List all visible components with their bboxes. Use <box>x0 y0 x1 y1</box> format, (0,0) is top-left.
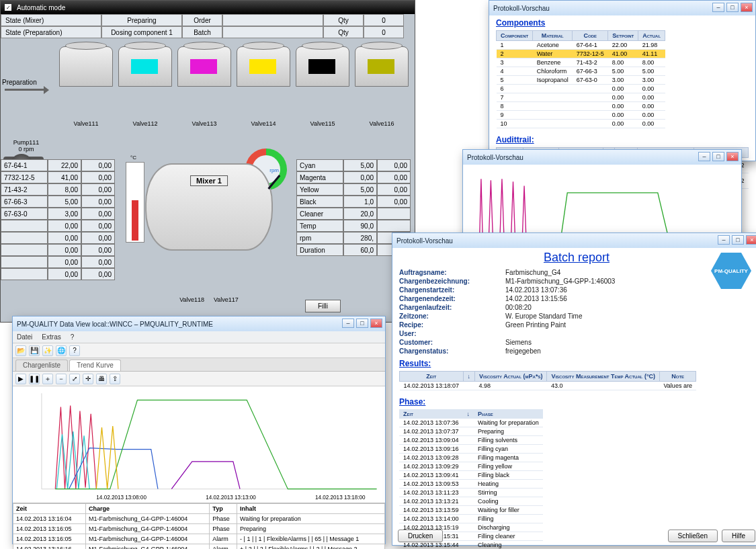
event-row[interactable]: 14.02.2013 13:16:05M1-Farbmischung_G4-GP… <box>13 534 385 544</box>
valve118-label[interactable]: Valve118 <box>179 296 204 303</box>
kv-value: Green Printing Paint <box>505 321 754 329</box>
component-row: 80.000.00 <box>497 102 665 111</box>
save-icon[interactable]: 💾 <box>29 345 40 356</box>
kv-key: Chargenstatus: <box>399 347 500 355</box>
menu-help[interactable]: ? <box>71 333 75 341</box>
kv-value: freigegeben <box>505 347 754 355</box>
trend-report-titlebar[interactable]: Protokoll-Vorschau –□× <box>463 150 741 165</box>
component-row: 1Acetone67-64-122.0021.98 <box>497 41 665 50</box>
maximize-icon[interactable]: □ <box>356 319 368 328</box>
mixer-label: Mixer 1 <box>190 175 228 186</box>
components-titlebar[interactable]: Protokoll-Vorschau –□× <box>489 1 755 15</box>
tank-6[interactable]: Valve116 <box>354 46 409 127</box>
component-row: 70.000.00 <box>497 93 665 102</box>
table-row: Magenta0,000,00 <box>296 171 411 183</box>
close-icon[interactable]: × <box>370 319 382 328</box>
tab-trend-kurve[interactable]: Trend Kurve <box>69 360 121 371</box>
export-icon[interactable]: ⇪ <box>110 374 120 384</box>
phase-row: 14.02.2013 13:11:23Stirring <box>399 489 543 497</box>
kv-key: Chargenendezeit: <box>399 295 500 302</box>
phase-row: 14.02.2013 13:14:00Filling <box>399 515 543 523</box>
batch-report-window[interactable]: Protokoll-Vorschau –□× Batch report PM-Q… <box>392 233 756 546</box>
play-icon[interactable]: ▶ <box>15 374 26 384</box>
qty-label-1: Qty <box>323 14 364 26</box>
mixer-vessel-icon[interactable]: Mixer 1 <box>145 163 273 251</box>
batch-label: Batch <box>182 26 222 38</box>
dataview-window[interactable]: PM-QUALITY Data View local::WINCC – PMQU… <box>12 316 386 544</box>
trend-report-title: Protokoll-Vorschau <box>467 154 523 161</box>
menu-datei[interactable]: Datei <box>17 333 32 341</box>
help-button[interactable]: Hilfe <box>722 530 755 542</box>
zoom-fit-icon[interactable]: ⤢ <box>69 374 80 384</box>
print-icon[interactable]: 🖶 <box>96 374 107 384</box>
zoom-in-icon[interactable]: ＋ <box>42 374 53 384</box>
tab-chargenliste[interactable]: Chargenliste <box>15 360 68 371</box>
event-grid[interactable]: ZeitChargeTypInhalt14.02.2013 13:16:04M1… <box>13 503 385 549</box>
phase-row: 14.02.2013 13:07:36Waiting for preparati… <box>399 419 543 427</box>
kv-value: 00:08:20 <box>505 304 754 311</box>
maximize-icon[interactable]: □ <box>712 152 724 161</box>
table-row: 0,000,00 <box>1 256 122 268</box>
event-row[interactable]: 14.02.2013 13:16:05M1-Farbmischung_G4-GP… <box>13 524 385 534</box>
close-icon[interactable]: × <box>741 3 753 12</box>
kv-value: 14.02.2013 13:15:56 <box>505 295 754 302</box>
minimize-icon[interactable]: – <box>712 3 724 12</box>
phase-row: 14.02.2013 13:09:16Filling cyan <box>399 445 543 454</box>
print-button[interactable]: Drucken <box>398 530 443 542</box>
maximize-icon[interactable]: □ <box>732 235 744 245</box>
pump-unit: rpm <box>24 146 34 153</box>
tank-2[interactable]: Valve112 <box>118 46 173 127</box>
globe-icon[interactable]: 🌐 <box>56 345 67 356</box>
minimize-icon[interactable]: – <box>698 152 710 161</box>
tank-5[interactable]: Valve115 <box>295 46 350 127</box>
dataview-titlebar[interactable]: PM-QUALITY Data View local::WINCC – PMQU… <box>13 316 385 331</box>
valve-label: Valve116 <box>354 120 409 127</box>
bottom-valve-row: Valve118 Valve117 <box>122 296 296 303</box>
minimize-icon[interactable]: – <box>718 235 730 245</box>
close-icon[interactable]: × <box>726 152 739 161</box>
thermometer-icon: °C <box>126 162 144 243</box>
svg-text:14.02.2013 13:18:00: 14.02.2013 13:18:00 <box>315 495 366 501</box>
wand-icon[interactable]: ✨ <box>42 345 53 356</box>
tank-4[interactable]: Valve114 <box>236 46 291 127</box>
valve-label: Valve114 <box>236 120 291 127</box>
table-row: 71-43-28,000,00 <box>1 183 122 196</box>
phase-row: 14.02.2013 13:13:59Waiting for filler <box>399 506 543 515</box>
maximize-icon[interactable]: □ <box>726 3 739 12</box>
open-icon[interactable]: 📂 <box>15 345 26 356</box>
dataview-menu[interactable]: Datei Extras ? <box>13 331 385 343</box>
cursor-icon[interactable]: ✛ <box>83 374 93 384</box>
close-button[interactable]: Schließen <box>668 530 718 542</box>
zoom-out-icon[interactable]: － <box>56 374 67 384</box>
event-row[interactable]: 14.02.2013 13:16:16M1-Farbmischung_G4-GP… <box>13 544 385 550</box>
help-icon[interactable]: ? <box>69 345 80 356</box>
component-row: 3Benzene71-43-28.008.00 <box>497 58 665 67</box>
phase-row: 14.02.2013 13:07:37Preparing <box>399 427 543 436</box>
menu-extras[interactable]: Extras <box>42 333 60 341</box>
close-icon[interactable]: × <box>746 235 756 245</box>
batch-report-heading: Batch report <box>392 248 756 267</box>
kv-value <box>505 330 754 337</box>
pump-rpm: 0 <box>18 146 22 153</box>
phase-row: 14.02.2013 13:13:21Cooling <box>399 497 543 506</box>
trend-chart[interactable]: 14.02.2013 13:08:00 14.02.2013 13:13:00 … <box>13 386 385 503</box>
state-mixer-label: State (Mixer) <box>1 14 101 26</box>
pause-icon[interactable]: ❚❚ <box>29 374 40 384</box>
tank-1[interactable]: Valve111 <box>58 46 114 127</box>
results-heading: Results: <box>392 356 756 371</box>
phase-heading: Phase: <box>392 394 756 409</box>
tank-3[interactable]: Valve113 <box>177 46 232 127</box>
minimize-icon[interactable]: – <box>342 319 354 328</box>
table-row: Temp90,0 <box>296 220 411 232</box>
fill-button[interactable]: Filli <box>305 300 341 312</box>
components-report-window[interactable]: Protokoll-Vorschau –□× Components Compon… <box>489 0 756 161</box>
components-title: Protokoll-Vorschau <box>493 5 550 12</box>
mixer-column: °C rpm Mixer 1 Valve118 Valve117 Filli <box>122 159 296 280</box>
trend-toolbar: ▶ ❚❚ ＋ － ⤢ ✛ 🖶 ⇪ <box>13 372 385 386</box>
automatic-mode-checkbox[interactable]: ✓ <box>5 4 11 11</box>
state-prep-value: Dosing component 1 <box>101 26 182 38</box>
order-label: Order <box>182 14 222 26</box>
event-row[interactable]: 14.02.2013 13:16:04M1-Farbmischung_G4-GP… <box>13 514 385 524</box>
batch-titlebar[interactable]: Protokoll-Vorschau –□× <box>392 233 756 248</box>
valve117-label[interactable]: Valve117 <box>214 296 239 303</box>
